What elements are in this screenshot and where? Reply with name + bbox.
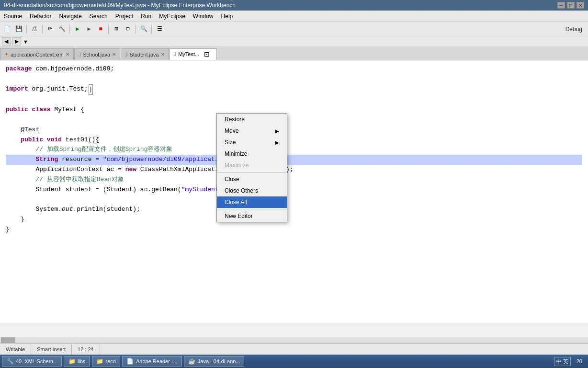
tab-student[interactable]: J Student.java ✕	[121, 48, 169, 60]
stop-btn[interactable]: ■	[95, 24, 106, 34]
taskbar-java[interactable]: ☕ Java - 04-di-ann...	[184, 356, 245, 367]
forward-btn[interactable]: ▶	[12, 37, 21, 46]
tab-label-student: Student.java	[130, 52, 159, 58]
back-btn[interactable]: ◀	[2, 37, 11, 46]
taskbar-java-icon: ☕	[188, 357, 196, 365]
tab-close-student[interactable]: ✕	[161, 52, 165, 57]
tab-icon-xml: ✦	[4, 51, 9, 58]
code-line-2	[6, 74, 582, 84]
menu-run[interactable]: Run	[137, 11, 155, 22]
scroll-thumb[interactable]	[1, 337, 15, 343]
taskbar-recd-icon: 📁	[96, 357, 104, 365]
taskbar-adobe[interactable]: 📄 Adobe Reader -...	[122, 356, 182, 367]
tab-label-mytest: MyTest...	[178, 51, 199, 57]
taskbar-clock: 20	[573, 358, 586, 364]
code-line-7: @Test	[6, 125, 582, 135]
search-toolbar-btn[interactable]: 🔍	[138, 24, 149, 34]
code-line-1: package com.bjpowernode.di09;	[6, 64, 582, 74]
editor-area[interactable]: package com.bjpowernode.di09; import org…	[0, 60, 588, 323]
tab-label-school: School.java	[83, 52, 110, 58]
ctx-close-label: Close	[225, 176, 239, 183]
nav-dropdown[interactable]: ▼	[23, 39, 28, 45]
toolbar: 📄 💾 🖨 ⟳ 🔨 ▶ ▶ ■ ⊞ ⊟ 🔍 ☰ Debug	[0, 22, 588, 36]
status-writable-text: Writable	[6, 346, 25, 352]
toolbar-sep-1	[26, 25, 27, 34]
ctx-size[interactable]: Size ▶	[217, 137, 287, 148]
taskbar-recd[interactable]: 📁 recd	[92, 356, 120, 367]
code-line-9: // 加载Spring配置文件，创建Spring容器对象	[6, 145, 582, 155]
tab-overflow-btn[interactable]: ⊡	[201, 49, 213, 59]
status-writable: Writable	[0, 344, 31, 355]
build-btn[interactable]: 🔨	[57, 24, 67, 34]
tab-applicationcontext[interactable]: ✦ applicationContext.xml ✕	[0, 48, 74, 60]
status-position: 12 : 24	[72, 344, 100, 355]
refresh-btn[interactable]: ⟳	[45, 24, 56, 34]
menu-project[interactable]: Project	[112, 11, 137, 22]
menu-search[interactable]: Search	[86, 11, 112, 22]
ctx-move-arrow: ▶	[275, 128, 279, 134]
title-bar: 04-di-annotation/src/com/bjpowernode/di0…	[0, 0, 588, 11]
perspective-btn[interactable]: ⊞	[111, 24, 122, 34]
context-menu: Restore Move ▶ Size ▶ Minimize Maximize …	[216, 113, 287, 222]
debug-run-btn[interactable]: ▶	[84, 24, 94, 34]
maximize-btn[interactable]: □	[567, 2, 575, 9]
debug-label: Debug	[565, 26, 586, 33]
toolbar-sep-3	[69, 25, 70, 34]
title-text: 04-di-annotation/src/com/bjpowernode/di0…	[4, 2, 236, 9]
ctx-restore[interactable]: Restore	[217, 114, 287, 125]
taskbar-right: 中 英 20	[554, 357, 586, 366]
new-btn[interactable]: 📄	[2, 24, 12, 34]
minimize-btn[interactable]: ─	[557, 2, 565, 9]
ctx-close[interactable]: Close	[217, 173, 287, 185]
menu-refactor[interactable]: Refactor	[26, 11, 55, 22]
perspective-btn2[interactable]: ⊟	[123, 24, 133, 34]
tab-label-applicationcontext: applicationContext.xml	[11, 52, 64, 58]
code-line-14	[6, 195, 582, 205]
code-editor: package com.bjpowernode.di09; import org…	[0, 60, 588, 323]
taskbar-libs[interactable]: 📁 libs	[64, 356, 90, 367]
ctx-move-label: Move	[225, 127, 238, 134]
taskbar-libs-label: libs	[78, 358, 86, 364]
ctx-close-others-label: Close Others	[225, 187, 258, 194]
code-line-5: public class MyTest {	[6, 105, 582, 115]
menu-help[interactable]: Help	[217, 11, 237, 22]
ctx-close-all[interactable]: Close All	[217, 196, 287, 208]
tab-close-school[interactable]: ✕	[112, 52, 116, 57]
ctx-sep-1	[217, 172, 287, 172]
toolbar-sep-6	[151, 25, 152, 34]
code-line-3: import org.junit.Test;|	[6, 84, 582, 95]
menu-navigate[interactable]: Navigate	[55, 11, 85, 22]
taskbar-xml-schema[interactable]: 🔧 40. XML Schem...	[2, 356, 62, 367]
ctx-new-editor-label: New Editor	[225, 213, 253, 219]
code-line-11: ApplicationContext ac = new ClassPathXml…	[6, 165, 582, 175]
ctx-maximize: Maximize	[217, 160, 287, 171]
ctx-minimize-label: Minimize	[225, 150, 247, 157]
save-btn[interactable]: 💾	[13, 24, 24, 34]
h-scrollbar[interactable]	[0, 337, 588, 343]
status-insert-mode: Smart Insert	[31, 344, 72, 355]
myeclipse-btn[interactable]: ☰	[154, 24, 165, 34]
run-btn[interactable]: ▶	[72, 24, 83, 34]
status-position-text: 12 : 24	[78, 346, 94, 352]
code-line-8: public void test01(){	[6, 135, 582, 145]
tab-close-applicationcontext[interactable]: ✕	[66, 52, 69, 57]
code-line-15: System.out.println(student);	[6, 205, 582, 215]
ctx-move[interactable]: Move ▶	[217, 125, 287, 137]
taskbar-adobe-label: Adobe Reader -...	[136, 358, 178, 364]
menu-source[interactable]: Source	[0, 11, 26, 22]
taskbar-lang: 中 英	[554, 357, 571, 366]
nav-bar: ◀ ▶ ▼	[0, 36, 588, 47]
tab-school[interactable]: J School.java ✕	[74, 48, 120, 60]
taskbar-adobe-icon: 📄	[126, 357, 134, 365]
ctx-new-editor[interactable]: New Editor	[217, 210, 287, 222]
status-bar: Writable Smart Insert 12 : 24	[0, 343, 588, 355]
ctx-close-others[interactable]: Close Others	[217, 185, 287, 196]
code-line-16: }	[6, 215, 582, 225]
ctx-minimize[interactable]: Minimize	[217, 148, 287, 160]
menu-window[interactable]: Window	[189, 11, 217, 22]
print-btn[interactable]: 🖨	[29, 24, 40, 34]
tab-mytest[interactable]: J MyTest... ⊡	[170, 48, 217, 60]
window-controls[interactable]: ─ □ ✕	[557, 2, 584, 9]
close-btn[interactable]: ✕	[577, 2, 584, 9]
menu-myeclipse[interactable]: MyEclipse	[155, 11, 189, 22]
